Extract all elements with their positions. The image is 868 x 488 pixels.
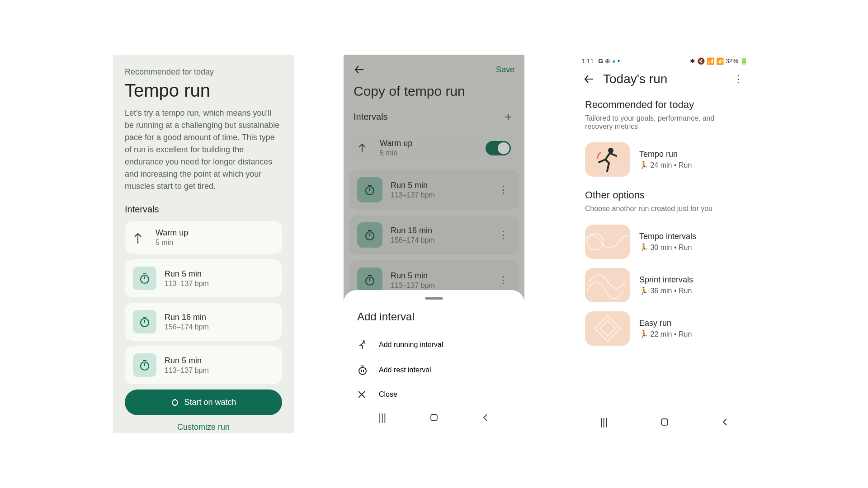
status-time: 1:11 (581, 57, 594, 65)
appbar-title: Today's run (603, 72, 667, 86)
add-rest-interval-button[interactable]: Add rest interval (357, 357, 511, 383)
svg-point-11 (608, 148, 613, 153)
back-icon[interactable] (354, 64, 365, 75)
run-thumbnail (585, 142, 630, 177)
run-thumbnail (585, 311, 630, 346)
interval-title: Run 5 min (391, 181, 487, 190)
description-text: Let's try a tempo run, which means you'l… (125, 107, 282, 192)
row-label: Add rest interval (379, 366, 431, 374)
interval-card-warmup[interactable]: Warm up 5 min (125, 221, 282, 254)
screen-edit-intervals: Save Copy of tempo run Intervals ＋ Warm … (344, 55, 524, 433)
other-sub: Choose another run created just for you (574, 205, 755, 220)
more-icon[interactable]: ⋮ (495, 188, 511, 191)
add-interval-icon[interactable]: ＋ (502, 108, 514, 125)
mute-icon: 🔇 (697, 57, 705, 65)
svg-rect-15 (661, 419, 668, 425)
app-bar: Today's run ⋮ (574, 65, 755, 91)
interval-card-run[interactable]: Run 5 min 113–137 bpm (125, 346, 282, 384)
interval-sub: 113–137 bpm (165, 366, 209, 375)
svg-rect-14 (600, 321, 615, 336)
home-icon[interactable] (429, 413, 439, 422)
android-nav-bar: ||| (574, 411, 755, 433)
run-thumbnail (585, 225, 630, 259)
run-sub: 🏃 24 min • Run (639, 161, 692, 169)
customize-run-button[interactable]: Customize run (125, 415, 282, 433)
interval-card-run[interactable]: Run 5 min 113–137 bpm ⋮ (349, 170, 519, 210)
other-heading: Other options (574, 181, 755, 205)
bottom-sheet-add-interval: Add interval Add running interval Add re… (344, 290, 524, 433)
signal-icon: 📶 (716, 57, 724, 65)
status-apps-icons: G ⊕ ● • (598, 57, 620, 65)
interval-sub: 156–174 bpm (165, 323, 209, 331)
intervals-heading: Intervals (354, 112, 388, 122)
interval-sub: 113–137 bpm (391, 191, 487, 199)
stopwatch-icon (133, 353, 156, 377)
home-icon[interactable] (660, 417, 670, 427)
warmup-toggle[interactable] (486, 141, 511, 155)
interval-sub: 5 min (156, 239, 188, 247)
back-nav-icon[interactable] (721, 418, 729, 426)
interval-sub: 113–137 bpm (165, 280, 209, 288)
row-label: Close (379, 390, 397, 399)
stopwatch-icon (357, 222, 382, 248)
page-title: Tempo run (125, 80, 282, 101)
more-icon[interactable]: ⋮ (495, 234, 511, 236)
svg-rect-13 (595, 316, 621, 342)
bluetooth-icon: ✱ (690, 57, 695, 65)
stopwatch-icon (133, 310, 156, 333)
recents-icon[interactable]: ||| (378, 412, 386, 423)
interval-sub: 113–137 bpm (391, 282, 487, 290)
back-nav-icon[interactable] (481, 413, 490, 422)
sheet-handle[interactable] (425, 297, 443, 300)
recommended-label: Recommended for today (125, 55, 282, 77)
runner-icon: 🏃 (639, 287, 648, 295)
run-title: Tempo intervals (639, 232, 696, 241)
svg-rect-10 (431, 414, 437, 421)
run-title: Easy run (639, 319, 692, 328)
status-bar: 1:11 G ⊕ ● • ✱ 🔇 📶 📶 32% 🔋 (574, 55, 755, 65)
recents-icon[interactable]: ||| (600, 416, 608, 428)
screen-tempo-detail: Recommended for today Tempo run Let's tr… (113, 55, 294, 433)
interval-title: Run 5 min (165, 356, 209, 366)
interval-title: Warm up (380, 139, 477, 148)
interval-card-run[interactable]: Run 16 min 156–174 bpm ⋮ (349, 215, 519, 255)
close-sheet-button[interactable]: Close (357, 383, 511, 406)
run-option[interactable]: Tempo intervals 🏃 30 min • Run (574, 220, 755, 263)
back-icon[interactable] (583, 73, 595, 85)
run-sub: 🏃 30 min • Run (639, 243, 696, 252)
start-label: Start on watch (184, 398, 236, 407)
run-option[interactable]: Sprint intervals 🏃 36 min • Run (574, 263, 755, 307)
run-option[interactable]: Easy run 🏃 22 min • Run (574, 307, 755, 350)
sheet-title: Add interval (357, 310, 511, 323)
more-icon[interactable]: ⋮ (495, 279, 511, 282)
run-title: Tempo run (639, 150, 692, 159)
recommended-sub: Tailored to your goals, performance, and… (574, 114, 755, 138)
stopwatch-icon (357, 267, 382, 293)
runner-icon: 🏃 (639, 330, 648, 338)
runner-icon: 🏃 (639, 244, 648, 251)
interval-card-run[interactable]: Run 16 min 156–174 bpm (125, 303, 282, 341)
start-on-watch-button[interactable]: Start on watch (125, 389, 282, 415)
interval-title: Run 16 min (391, 226, 487, 235)
run-option-tempo[interactable]: Tempo run 🏃 24 min • Run (574, 138, 755, 181)
run-sub: 🏃 22 min • Run (639, 330, 692, 338)
interval-sub: 5 min (380, 149, 477, 157)
interval-card-warmup[interactable]: Warm up 5 min (349, 131, 519, 164)
svg-point-4 (172, 400, 178, 405)
run-title: Sprint intervals (639, 275, 693, 285)
interval-card-run[interactable]: Run 5 min 113–137 bpm (125, 259, 282, 297)
runner-icon (357, 339, 369, 350)
interval-title: Run 16 min (165, 313, 209, 322)
android-nav-bar: ||| (357, 406, 511, 429)
stopwatch-icon (133, 267, 156, 290)
save-button[interactable]: Save (496, 65, 514, 75)
add-running-interval-button[interactable]: Add running interval (357, 332, 511, 357)
watch-icon (170, 398, 179, 407)
overflow-menu-icon[interactable]: ⋮ (731, 78, 746, 80)
screen-todays-run: 1:11 G ⊕ ● • ✱ 🔇 📶 📶 32% 🔋 Today's run ⋮… (574, 55, 755, 433)
page-title: Copy of tempo run (344, 79, 524, 108)
interval-title: Run 5 min (391, 271, 487, 281)
arrow-up-icon (133, 232, 147, 244)
interval-title: Run 5 min (165, 269, 209, 279)
svg-point-8 (363, 340, 365, 342)
